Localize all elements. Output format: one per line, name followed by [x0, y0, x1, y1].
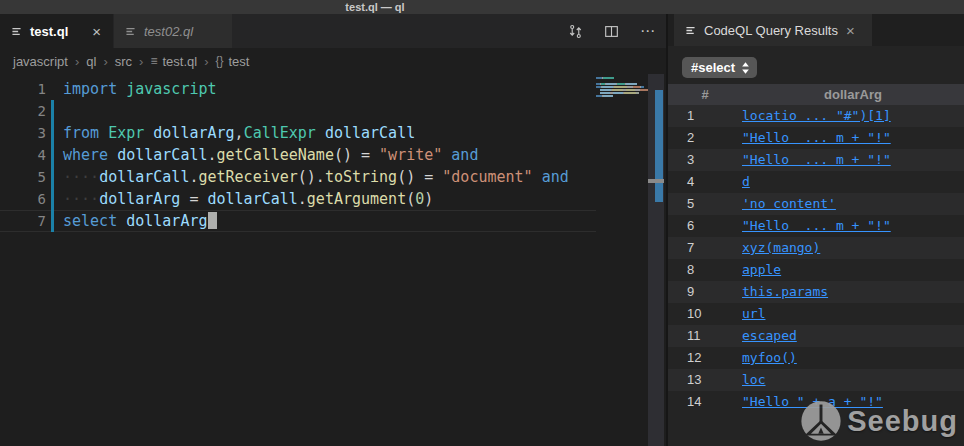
result-row-number: 3: [668, 149, 742, 171]
code-line[interactable]: 3from Expr dollarArg,CallExpr dollarCall: [0, 122, 596, 144]
result-link[interactable]: escaped: [742, 325, 797, 347]
result-row-number: 12: [668, 347, 742, 369]
breadcrumb-item-ql[interactable]: ql: [86, 54, 96, 69]
ql-file-icon: [124, 25, 137, 38]
result-link[interactable]: 'no content': [742, 193, 836, 215]
select-dropdown-label: #select: [691, 60, 735, 75]
close-tab-icon[interactable]: ×: [90, 23, 103, 40]
code-line[interactable]: 7select dollarArg: [0, 210, 596, 232]
code-text: ····dollarCall.getReceiver().toString() …: [54, 166, 569, 188]
results-table: # dollarArg 1locatio ... "#")[1]2"Hello …: [668, 84, 964, 413]
result-link[interactable]: xyz(mango): [742, 237, 820, 259]
result-link[interactable]: "Hello ... m + "!": [742, 149, 891, 171]
header-dollararg-column: dollarArg: [742, 84, 964, 105]
editor-scrollbar[interactable]: [648, 74, 664, 446]
result-link[interactable]: this.params: [742, 281, 828, 303]
result-row-number: 7: [668, 237, 742, 259]
title-bar: test.ql — ql: [0, 0, 964, 14]
open-changes-icon[interactable]: [568, 24, 583, 39]
tab-label: test.ql: [30, 24, 68, 39]
breadcrumb-separator: ›: [103, 54, 107, 69]
line-number: 2: [0, 100, 46, 122]
result-link[interactable]: "Hello ... m + "!": [742, 215, 891, 237]
breadcrumb: javascript›ql›src›≡test.ql›{}test: [0, 48, 666, 74]
header-number-column: #: [668, 84, 742, 105]
seebug-watermark-text: Seebug: [847, 405, 958, 438]
result-link[interactable]: myfoo(): [742, 347, 797, 369]
select-dropdown[interactable]: #select: [682, 57, 757, 78]
breadcrumb-item-test[interactable]: {}test: [215, 54, 249, 69]
code-lines: 1import javascript23from Expr dollarArg,…: [0, 78, 596, 232]
editor-actions: ⋯: [568, 14, 656, 48]
code-line[interactable]: 2: [0, 100, 596, 122]
code-text: where dollarCall.getCalleeName() = "writ…: [54, 144, 478, 166]
updown-arrows-icon: [741, 61, 750, 75]
result-row[interactable]: 7xyz(mango): [668, 237, 964, 259]
ql-file-icon: [684, 24, 697, 37]
result-row[interactable]: 13loc: [668, 369, 964, 391]
minimap-content: [596, 77, 648, 98]
result-row-number: 6: [668, 215, 742, 237]
result-row-number: 1: [668, 105, 742, 127]
result-row[interactable]: 10url: [668, 303, 964, 325]
result-row[interactable]: 5'no content': [668, 193, 964, 215]
breadcrumb-item-src[interactable]: src: [115, 54, 132, 69]
line-number: 7: [0, 210, 46, 232]
breadcrumb-separator: ›: [75, 54, 79, 69]
tab-codeql-query-results[interactable]: CodeQL Query Results ×: [674, 14, 872, 46]
code-editor[interactable]: 1import javascript23from Expr dollarArg,…: [0, 74, 666, 446]
panel-tab-label: CodeQL Query Results: [704, 23, 838, 38]
results-rows: 1locatio ... "#")[1]2"Hello ... m + "!"3…: [668, 105, 964, 413]
result-link[interactable]: apple: [742, 259, 781, 281]
ql-file-icon: ≡: [150, 54, 157, 68]
result-row[interactable]: 4d: [668, 171, 964, 193]
result-link[interactable]: locatio ... "#")[1]: [742, 105, 891, 127]
result-link[interactable]: d: [742, 171, 750, 193]
breadcrumb-label: test.ql: [162, 54, 197, 69]
code-line[interactable]: 1import javascript: [0, 78, 596, 100]
result-row-number: 13: [668, 369, 742, 391]
result-row[interactable]: 11escaped: [668, 325, 964, 347]
seebug-watermark: Seebug: [800, 400, 958, 442]
braces-icon: {}: [215, 54, 223, 68]
breadcrumb-separator: ›: [204, 54, 208, 69]
result-row[interactable]: 2"Hello ... m + "!": [668, 127, 964, 149]
line-number: 4: [0, 144, 46, 166]
tab-label: test02.ql: [144, 24, 193, 39]
result-row[interactable]: 1locatio ... "#")[1]: [668, 105, 964, 127]
line-number: 3: [0, 122, 46, 144]
editor-tab-bar: test.ql × test02.ql: [0, 14, 666, 48]
result-row-number: 4: [668, 171, 742, 193]
editor-group: test.ql × test02.ql: [0, 14, 666, 446]
window-title: test.ql — ql: [300, 0, 450, 14]
result-row[interactable]: 9this.params: [668, 281, 964, 303]
result-row-number: 9: [668, 281, 742, 303]
result-link[interactable]: url: [742, 303, 765, 325]
result-link[interactable]: loc: [742, 369, 765, 391]
minimap[interactable]: [596, 74, 648, 446]
split-editor-icon[interactable]: [604, 24, 619, 39]
text-cursor: [208, 212, 217, 229]
close-panel-icon[interactable]: ×: [846, 22, 855, 39]
code-text: import javascript: [54, 78, 217, 100]
breadcrumb-item-test-ql[interactable]: ≡test.ql: [150, 54, 197, 69]
code-line[interactable]: 4where dollarCall.getCalleeName() = "wri…: [0, 144, 596, 166]
code-text: select dollarArg: [54, 210, 217, 232]
breadcrumb-label: javascript: [13, 54, 68, 69]
breadcrumb-item-javascript[interactable]: javascript: [13, 54, 68, 69]
result-row[interactable]: 8apple: [668, 259, 964, 281]
code-text: [54, 100, 63, 122]
tab-test02-ql[interactable]: test02.ql: [114, 14, 232, 48]
result-row-number: 2: [668, 127, 742, 149]
overview-modified-marker: [655, 90, 663, 202]
result-row-number: 11: [668, 325, 742, 347]
more-actions-icon[interactable]: ⋯: [640, 22, 656, 40]
tab-test-ql[interactable]: test.ql ×: [0, 14, 113, 48]
results-body: #select # dollarArg 1locatio ... "#")[1]…: [668, 46, 964, 446]
result-link[interactable]: "Hello ... m + "!": [742, 127, 891, 149]
result-row[interactable]: 6"Hello ... m + "!": [668, 215, 964, 237]
result-row[interactable]: 12myfoo(): [668, 347, 964, 369]
code-line[interactable]: 5····dollarCall.getReceiver().toString()…: [0, 166, 596, 188]
code-line[interactable]: 6····dollarArg = dollarCall.getArgument(…: [0, 188, 596, 210]
result-row[interactable]: 3"Hello ... m + "!": [668, 149, 964, 171]
